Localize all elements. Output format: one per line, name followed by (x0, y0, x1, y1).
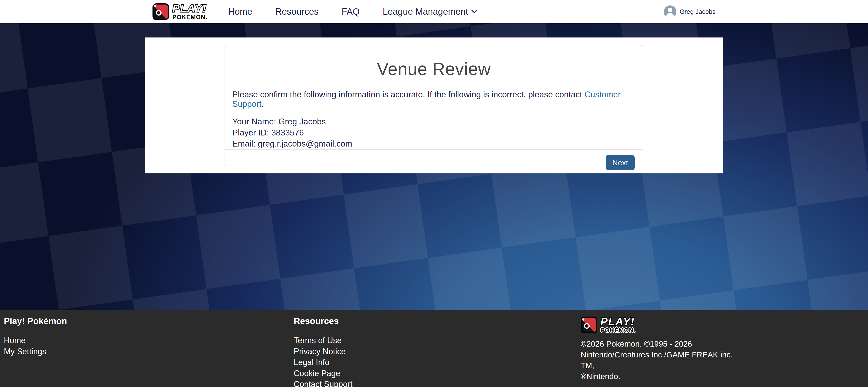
your-name-line: Your Name: Greg Jacobs (232, 116, 636, 127)
footer-pokeball-emblem-icon (581, 317, 597, 333)
logo-play-text: PLAY! (173, 3, 208, 13)
user-menu[interactable]: Greg Jacobs (664, 5, 715, 18)
player-id-line: Player ID: 3833576 (232, 127, 636, 138)
nav-item-league-management[interactable]: League Management (383, 6, 476, 17)
footer-heading-resources: Resources (294, 316, 352, 326)
copyright-line-2: Nintendo/Creatures Inc./GAME FREAK inc. … (581, 349, 748, 371)
confirmation-text-prefix: Please confirm the following information… (232, 90, 585, 99)
nav-item-league-management-label: League Management (383, 6, 468, 17)
top-navbar: PLAY! POKÉMON. Home Resources FAQ League… (0, 0, 868, 23)
page-footer: Play! Pokémon Home My Settings Resources… (0, 310, 868, 387)
content-card: Venue Review Please confirm the followin… (145, 37, 723, 173)
footer-logo-pokemon-text: POKÉMON. (600, 327, 636, 333)
logo-wordmark: PLAY! POKÉMON. (173, 3, 208, 20)
footer-link-privacy-notice[interactable]: Privacy Notice (294, 346, 352, 357)
footer-link-my-settings[interactable]: My Settings (4, 346, 67, 357)
venue-review-panel: Venue Review Please confirm the followin… (224, 45, 643, 166)
footer-play-pokemon-logo: PLAY! POKÉMON. (581, 316, 748, 333)
next-button[interactable]: Next (606, 155, 634, 170)
primary-nav: Home Resources FAQ League Management (228, 6, 476, 17)
email-line: Email: greg.r.jacobs@gmail.com (232, 138, 636, 149)
main-content: Venue Review Please confirm the followin… (0, 23, 868, 310)
nav-item-resources[interactable]: Resources (275, 6, 318, 17)
footer-logo-play-text: PLAY! (600, 316, 636, 327)
copyright-line-3: ®Nintendo. (581, 371, 748, 382)
logo-pokemon-text: POKÉMON. (173, 14, 208, 20)
chevron-down-icon (471, 7, 477, 13)
footer-link-cookie-page[interactable]: Cookie Page (294, 368, 352, 379)
panel-footer: Next (225, 149, 643, 175)
footer-link-contact-support[interactable]: Contact Support (294, 379, 352, 387)
footer-link-terms-of-use[interactable]: Terms of Use (294, 335, 352, 346)
copyright-text: ©2026 Pokémon. ©1995 - 2026 Nintendo/Cre… (581, 338, 748, 382)
nav-item-home[interactable]: Home (228, 6, 252, 17)
footer-heading-play-pokemon: Play! Pokémon (4, 316, 67, 326)
confirmation-text-suffix: . (261, 99, 264, 108)
pokeball-emblem-icon (153, 3, 169, 20)
footer-column-resources: Resources Terms of Use Privacy Notice Le… (294, 316, 352, 387)
footer-logo-wordmark: PLAY! POKÉMON. (600, 316, 636, 333)
play-pokemon-logo[interactable]: PLAY! POKÉMON. (153, 3, 208, 20)
navbar-container: PLAY! POKÉMON. Home Resources FAQ League… (153, 0, 715, 23)
user-avatar-icon (664, 5, 676, 18)
footer-link-home[interactable]: Home (4, 335, 67, 346)
panel-body: Venue Review Please confirm the followin… (225, 45, 643, 149)
user-name: Greg Jacobs (680, 8, 715, 15)
footer-link-legal-info[interactable]: Legal Info (294, 357, 352, 368)
footer-column-play-pokemon: Play! Pokémon Home My Settings (4, 316, 67, 357)
page-title: Venue Review (232, 59, 636, 79)
copyright-line-1: ©2026 Pokémon. ©1995 - 2026 (581, 338, 748, 349)
nav-item-faq[interactable]: FAQ (342, 6, 360, 17)
footer-column-legal: PLAY! POKÉMON. ©2026 Pokémon. ©1995 - 20… (581, 316, 748, 382)
confirmation-text: Please confirm the following information… (232, 90, 636, 109)
page: PLAY! POKÉMON. Home Resources FAQ League… (0, 0, 868, 387)
